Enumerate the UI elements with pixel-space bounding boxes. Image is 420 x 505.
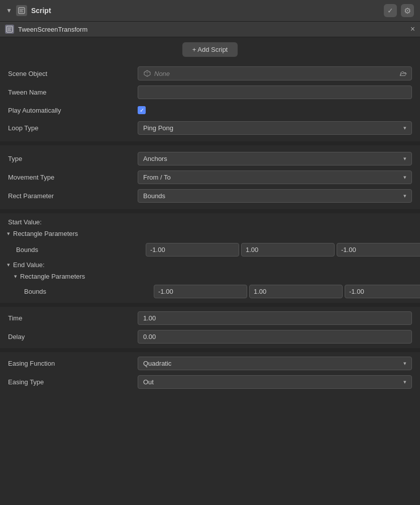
type-arrow: ▾ [403, 155, 406, 162]
movement-type-dropdown[interactable]: From / To ▾ [138, 171, 412, 184]
delay-row: Delay [0, 327, 420, 346]
easing-function-dropdown[interactable]: Quadratic ▾ [138, 357, 412, 370]
divider-3 [0, 303, 420, 307]
time-label: Time [8, 314, 134, 322]
script-icon [5, 25, 14, 34]
end-bounds-v1[interactable] [154, 285, 247, 298]
easing-type-selected: Out [143, 378, 154, 386]
tween-name-row: Tween Name [0, 83, 420, 102]
end-rect-params-header[interactable]: ▾ Rectangle Parameters [0, 271, 420, 282]
type-dropdown[interactable]: Anchors ▾ [138, 152, 412, 165]
start-rect-chevron: ▾ [7, 230, 10, 237]
delay-value [138, 330, 412, 344]
type-label: Type [8, 155, 134, 162]
script-name-row: TweenScreenTransform × [0, 22, 420, 37]
loop-type-selected: Ping Pong [143, 124, 173, 132]
tween-name-input[interactable] [138, 86, 412, 99]
start-rect-params-label: Rectangle Parameters [13, 230, 78, 237]
end-value-section: ▾ End Value: ▾ Rectangle Parameters Boun… [0, 259, 420, 301]
movement-type-label: Movement Type [8, 174, 134, 181]
start-bounds-inputs [146, 243, 420, 257]
scene-object-placeholder: None [154, 70, 170, 77]
loop-type-dropdown[interactable]: Ping Pong ▾ [138, 121, 412, 135]
type-value: Anchors ▾ [138, 152, 412, 165]
play-automatically-checkbox[interactable]: ✓ [138, 106, 146, 114]
easing-type-value: Out ▾ [138, 375, 412, 389]
divider-2 [0, 209, 420, 213]
scene-object-left: None [143, 69, 170, 77]
easing-function-value: Quadratic ▾ [138, 357, 412, 370]
start-bounds-label: Bounds [16, 246, 142, 254]
settings-button[interactable]: ⚙ [401, 4, 414, 17]
tween-name-label: Tween Name [8, 89, 134, 96]
loop-type-arrow: ▾ [403, 125, 406, 131]
rect-parameter-value: Bounds ▾ [138, 189, 412, 203]
script-panel: ▼ Script ✓ ⚙ TweenScreenTransform × [0, 0, 420, 391]
easing-function-label: Easing Function [8, 360, 134, 367]
play-automatically-checkbox-wrap: ✓ [138, 106, 412, 114]
start-bounds-v2[interactable] [241, 243, 335, 257]
movement-type-arrow: ▾ [403, 174, 406, 181]
end-bounds-label: Bounds [24, 288, 150, 295]
time-row: Time [0, 309, 420, 327]
play-automatically-label: Play Automatically [8, 107, 134, 114]
easing-type-label: Easing Type [8, 378, 134, 386]
end-bounds-v2[interactable] [249, 285, 343, 298]
script-name-label: TweenScreenTransform [18, 26, 406, 33]
panel-title: Script [31, 7, 380, 15]
script-header-icon [16, 5, 27, 16]
header-actions: ✓ ⚙ [384, 4, 414, 17]
folder-icon[interactable]: 🗁 [399, 69, 406, 77]
type-row: Type Anchors ▾ [0, 149, 420, 168]
easing-function-selected: Quadratic [143, 360, 171, 367]
end-bounds-row: Bounds [0, 282, 420, 301]
movement-type-value: From / To ▾ [138, 171, 412, 184]
close-script-button[interactable]: × [410, 25, 415, 33]
end-value-chevron: ▾ [7, 262, 10, 268]
loop-type-value: Ping Pong ▾ [138, 121, 412, 135]
time-value [138, 311, 412, 325]
delay-label: Delay [8, 333, 134, 341]
play-automatically-value: ✓ [138, 106, 412, 114]
collapse-chevron[interactable]: ▼ [6, 7, 12, 14]
easing-function-arrow: ▾ [403, 360, 406, 367]
end-value-header[interactable]: ▾ End Value: [0, 259, 420, 271]
cube-icon [143, 69, 151, 77]
easing-type-arrow: ▾ [403, 379, 406, 385]
loop-type-row: Loop Type Ping Pong ▾ [0, 119, 420, 137]
start-value-label: Start Value: [0, 215, 420, 227]
end-bounds-v3[interactable] [345, 285, 420, 298]
add-script-row: + Add Script [0, 37, 420, 62]
start-bounds-v3[interactable] [337, 243, 420, 257]
start-bounds-v1[interactable] [146, 243, 239, 257]
scene-object-row: Scene Object None 🗁 [0, 64, 420, 83]
type-selected: Anchors [143, 155, 167, 162]
divider-1 [0, 141, 420, 145]
rect-parameter-row: Rect Parameter Bounds ▾ [0, 187, 420, 205]
scene-object-value: None 🗁 [138, 66, 412, 80]
properties-section: Scene Object None 🗁 [0, 62, 420, 139]
easing-type-dropdown[interactable]: Out ▾ [138, 375, 412, 389]
tween-name-value [138, 86, 412, 99]
rect-parameter-label: Rect Parameter [8, 192, 134, 200]
add-script-button[interactable]: + Add Script [182, 42, 238, 57]
scene-object-field[interactable]: None 🗁 [138, 66, 412, 80]
start-value-section: Start Value: ▾ Rectangle Parameters Boun… [0, 215, 420, 259]
rect-parameter-arrow: ▾ [403, 193, 406, 199]
rect-parameter-dropdown[interactable]: Bounds ▾ [138, 189, 412, 203]
movement-type-row: Movement Type From / To ▾ [0, 168, 420, 187]
scene-object-label: Scene Object [8, 70, 134, 77]
end-rect-chevron: ▾ [14, 273, 17, 280]
easing-function-row: Easing Function Quadratic ▾ [0, 354, 420, 373]
time-input[interactable] [138, 311, 412, 325]
type-section: Type Anchors ▾ Movement Type From / To ▾… [0, 147, 420, 207]
checkmark-button[interactable]: ✓ [384, 4, 397, 17]
divider-4 [0, 348, 420, 352]
movement-type-selected: From / To [143, 174, 171, 181]
start-bounds-row: Bounds [0, 240, 420, 259]
delay-input[interactable] [138, 330, 412, 344]
rect-parameter-selected: Bounds [143, 192, 165, 200]
end-value-label: End Value: [13, 261, 45, 269]
end-bounds-inputs [154, 285, 420, 298]
start-rect-params-header[interactable]: ▾ Rectangle Parameters [0, 227, 420, 240]
